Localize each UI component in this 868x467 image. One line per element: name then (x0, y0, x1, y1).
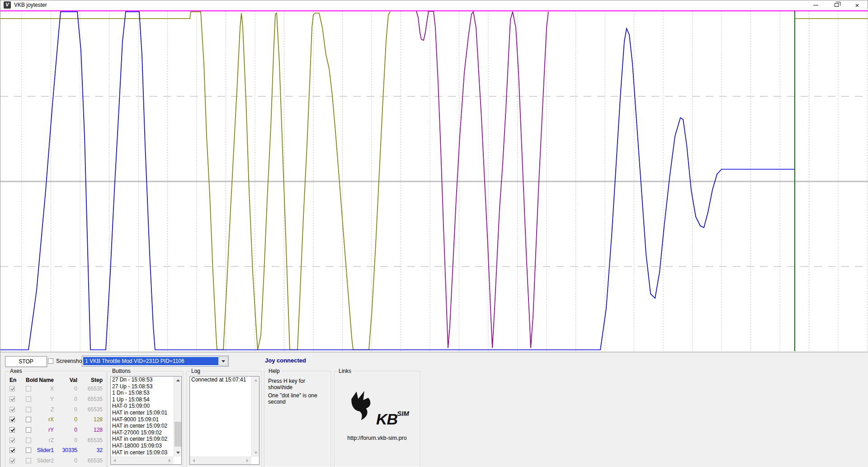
stop-button[interactable]: STOP (5, 356, 47, 367)
button-event-item[interactable]: HAT-0 15:09:00 (111, 403, 174, 410)
scrollbar-thumb[interactable] (175, 422, 181, 447)
button-event-item[interactable]: HAT in center 15:09:03 (111, 449, 174, 456)
enable-checkbox[interactable] (9, 427, 15, 433)
bold-checkbox[interactable] (26, 407, 31, 412)
log-item[interactable]: Connected at 15:07:41 (190, 376, 251, 383)
axes-cell: 0 (54, 396, 77, 402)
axes-cell: rY (35, 427, 54, 433)
axes-cell: 0 (54, 457, 77, 464)
axes-cell: rZ (35, 437, 54, 443)
buttons-group-title: Buttons (111, 368, 132, 374)
connection-status: Joy connected (265, 357, 306, 364)
scroll-down-button[interactable] (174, 449, 182, 457)
button-event-item[interactable]: 1 Dn - 15:08:53 (111, 390, 174, 396)
button-event-item[interactable]: 27 Up - 15:08:53 (111, 383, 174, 390)
log-horizontal-scrollbar[interactable] (190, 457, 251, 464)
bird-logo-icon (348, 389, 376, 426)
enable-checkbox[interactable] (9, 386, 15, 391)
bold-checkbox[interactable] (26, 448, 31, 453)
enable-checkbox[interactable] (9, 448, 15, 453)
bold-checkbox[interactable] (26, 396, 31, 402)
axes-cell: 65535 (77, 457, 103, 464)
logo-kb-text: KB (376, 410, 397, 428)
axes-group-title: Axes (9, 368, 24, 374)
bold-checkbox[interactable] (26, 438, 31, 443)
screenshot-checkbox[interactable] (48, 358, 53, 364)
forum-link[interactable]: http://forum.vkb-sim.pro (335, 435, 420, 441)
axes-cell: 0 (54, 427, 77, 433)
buttons-horizontal-scrollbar[interactable] (111, 457, 174, 464)
scroll-up-button[interactable] (252, 376, 259, 384)
help-line-2: One "dot line" is one second (268, 392, 330, 405)
scroll-right-button[interactable] (166, 457, 174, 465)
axes-row-slider1: Slider13033532 (7, 445, 104, 456)
buttons-vertical-scrollbar[interactable] (174, 376, 181, 457)
scroll-left-button[interactable] (190, 457, 198, 465)
bold-checkbox[interactable] (26, 417, 31, 422)
arrow-left-icon (193, 459, 195, 462)
button-event-item[interactable]: HAT in center 15:09:01 (111, 410, 174, 416)
axes-cell: 128 (77, 416, 103, 423)
button-event-item[interactable]: 1 Up - 15:08:54 (111, 396, 174, 403)
enable-checkbox[interactable] (9, 407, 15, 412)
button-event-item[interactable]: 27 Dn - 15:08:53 (111, 376, 174, 383)
log-group: Log Connected at 15:07:41 (187, 371, 261, 467)
vkb-logo: KB SIM (335, 389, 420, 432)
button-event-item[interactable]: HAT-18000 15:09:03 (111, 443, 174, 449)
button-event-item[interactable]: HAT in center 15:09:02 (111, 436, 174, 443)
arrow-up-icon (254, 379, 258, 381)
axes-cell: 0 (54, 437, 77, 443)
minimize-icon (813, 5, 818, 5)
control-panel: STOP Screenshoot 1 VKB Throttle Mod VID=… (0, 352, 868, 467)
button-event-item[interactable]: HAT in center 15:09:02 (111, 423, 174, 429)
buttons-event-list[interactable]: 27 Dn - 15:08:5327 Up - 15:08:531 Dn - 1… (111, 376, 174, 457)
scroll-right-button[interactable] (244, 457, 251, 465)
scroll-left-button[interactable] (111, 457, 118, 465)
dropdown-arrow-button[interactable] (219, 357, 228, 366)
button-event-item[interactable]: HAT-9000 15:09:01 (111, 416, 174, 423)
buttons-group: Buttons 27 Dn - 15:08:5327 Up - 15:08:53… (108, 371, 183, 467)
axes-column-header: Val (54, 377, 77, 383)
enable-checkbox[interactable] (9, 396, 15, 402)
axes-row-y: Y065535 (7, 394, 104, 405)
log-list[interactable]: Connected at 15:07:41 (190, 376, 251, 457)
axes-cell: 65535 (77, 406, 103, 413)
log-vertical-scrollbar[interactable] (251, 376, 259, 457)
enable-checkbox[interactable] (9, 417, 15, 422)
axes-group: Axes EnBoldNameValStepX065535Y065535Z065… (5, 371, 106, 467)
axes-cell: Y (35, 396, 54, 402)
links-group-title: Links (337, 368, 353, 374)
enable-checkbox[interactable] (9, 438, 15, 443)
help-group: Help Press H key for show\hide One "dot … (264, 371, 331, 467)
axes-cell: Slider2 (35, 457, 54, 464)
arrow-right-icon (169, 459, 171, 462)
axes-row-rx: rX0128 (7, 415, 104, 425)
close-icon: × (855, 2, 859, 9)
axes-cell: Z (35, 406, 54, 413)
axes-row-ry: rY0128 (7, 425, 104, 435)
screenshot-option: Screenshoot (48, 358, 86, 364)
scroll-down-button[interactable] (252, 449, 259, 457)
arrow-down-icon (254, 452, 258, 454)
axes-trace-chart (0, 10, 868, 352)
arrow-left-icon (113, 459, 116, 462)
chart-canvas (0, 10, 868, 352)
arrow-right-icon (246, 459, 249, 462)
bold-checkbox[interactable] (26, 386, 31, 391)
axes-cell: 128 (77, 427, 103, 433)
enable-checkbox[interactable] (9, 458, 15, 463)
device-dropdown[interactable]: 1 VKB Throttle Mod VID=231D PID=1106 (82, 356, 229, 367)
axes-row-slider2: Slider2065535 (7, 456, 104, 466)
log-group-title: Log (190, 368, 202, 374)
axes-row-x: X065535 (7, 384, 104, 394)
bold-checkbox[interactable] (26, 427, 31, 433)
scroll-up-button[interactable] (174, 376, 182, 384)
minimize-button[interactable] (805, 0, 826, 10)
axes-cell: 0 (54, 416, 77, 423)
bold-checkbox[interactable] (26, 458, 31, 463)
close-button[interactable]: × (847, 0, 868, 10)
trace-rY (416, 11, 548, 348)
restore-button[interactable] (826, 0, 847, 10)
button-event-item[interactable]: HAT-27000 15:09:02 (111, 429, 174, 436)
axes-table: EnBoldNameValStepX065535Y065535Z065535rX… (7, 376, 104, 466)
